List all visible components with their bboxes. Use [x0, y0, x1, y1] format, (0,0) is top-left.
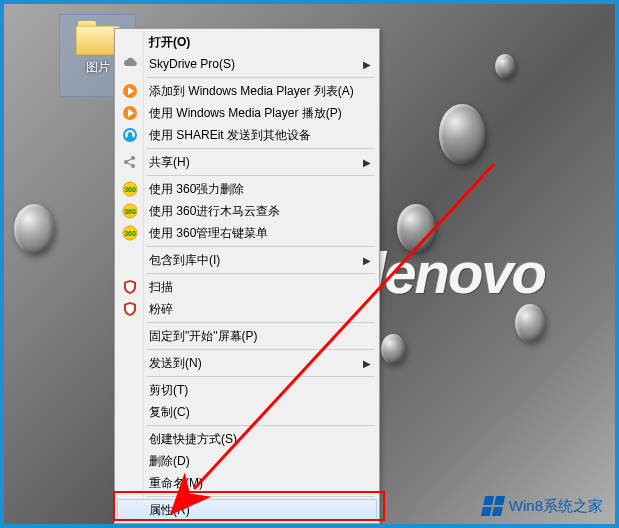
wmp-icon — [122, 105, 138, 121]
menu-label: 打开(O) — [149, 34, 190, 51]
menu-skydrive[interactable]: SkyDrive Pro(S) ▶ — [117, 53, 377, 75]
360-icon: 360 — [122, 203, 138, 219]
cloud-icon — [122, 56, 138, 72]
watermark: Win8系统之家 — [483, 496, 603, 516]
water-drop — [439, 104, 485, 164]
water-drop — [381, 334, 405, 364]
svg-text:360: 360 — [124, 186, 136, 193]
menu-label: 发送到(N) — [149, 355, 202, 372]
menu-label: 剪切(T) — [149, 382, 188, 399]
watermark-text: Win8系统之家 — [509, 497, 603, 516]
menu-separator — [147, 175, 375, 176]
menu-label: 包含到库中(I) — [149, 252, 220, 269]
share-icon — [122, 154, 138, 170]
chevron-right-icon: ▶ — [363, 255, 371, 266]
menu-label: 使用 SHAREit 发送到其他设备 — [149, 127, 311, 144]
menu-label: 添加到 Windows Media Player 列表(A) — [149, 83, 354, 100]
menu-label: SkyDrive Pro(S) — [149, 57, 235, 71]
menu-wmp-add[interactable]: 添加到 Windows Media Player 列表(A) — [117, 80, 377, 102]
windows-logo-icon — [481, 496, 505, 516]
menu-label: 固定到"开始"屏幕(P) — [149, 328, 258, 345]
menu-av-scan[interactable]: 扫描 — [117, 276, 377, 298]
menu-label: 使用 360管理右键菜单 — [149, 225, 268, 242]
water-drop — [397, 204, 435, 252]
menu-av-shred[interactable]: 粉碎 — [117, 298, 377, 320]
menu-label: 使用 Windows Media Player 播放(P) — [149, 105, 342, 122]
chevron-right-icon: ▶ — [363, 157, 371, 168]
menu-properties[interactable]: 属性(R) — [117, 499, 377, 521]
menu-pin-start[interactable]: 固定到"开始"屏幕(P) — [117, 325, 377, 347]
menu-send-to[interactable]: 发送到(N) ▶ — [117, 352, 377, 374]
menu-label: 扫描 — [149, 279, 173, 296]
water-drop — [515, 304, 545, 342]
360-icon: 360 — [122, 181, 138, 197]
menu-label: 粉碎 — [149, 301, 173, 318]
shield-icon — [122, 301, 138, 317]
menu-delete[interactable]: 删除(D) — [117, 450, 377, 472]
menu-shareit[interactable]: 使用 SHAREit 发送到其他设备 — [117, 124, 377, 146]
menu-360-manage[interactable]: 360 使用 360管理右键菜单 — [117, 222, 377, 244]
wmp-icon — [122, 83, 138, 99]
chevron-right-icon: ▶ — [363, 59, 371, 70]
folder-icon — [76, 21, 120, 55]
menu-label: 使用 360强力删除 — [149, 181, 244, 198]
water-drop — [14, 204, 54, 254]
menu-create-shortcut[interactable]: 创建快捷方式(S) — [117, 428, 377, 450]
menu-label: 重命名(M) — [149, 475, 203, 492]
wallpaper-brand: lenovo — [370, 239, 545, 306]
menu-separator — [147, 273, 375, 274]
menu-separator — [147, 376, 375, 377]
menu-share[interactable]: 共享(H) ▶ — [117, 151, 377, 173]
menu-label: 属性(R) — [149, 502, 190, 519]
menu-rename[interactable]: 重命名(M) — [117, 472, 377, 494]
menu-label: 共享(H) — [149, 154, 190, 171]
menu-copy[interactable]: 复制(C) — [117, 401, 377, 423]
desktop-viewport: lenovo 图片 打开(O) SkyDrive Pro(S) ▶ — [0, 0, 619, 528]
menu-separator — [147, 322, 375, 323]
svg-text:360: 360 — [124, 230, 136, 237]
svg-text:360: 360 — [124, 208, 136, 215]
shareit-icon — [122, 127, 138, 143]
menu-wmp-play[interactable]: 使用 Windows Media Player 播放(P) — [117, 102, 377, 124]
menu-separator — [147, 496, 375, 497]
menu-separator — [147, 148, 375, 149]
menu-label: 创建快捷方式(S) — [149, 431, 237, 448]
menu-label: 删除(D) — [149, 453, 190, 470]
chevron-right-icon: ▶ — [363, 358, 371, 369]
360-icon: 360 — [122, 225, 138, 241]
menu-label: 使用 360进行木马云查杀 — [149, 203, 280, 220]
menu-open[interactable]: 打开(O) — [117, 31, 377, 53]
menu-separator — [147, 425, 375, 426]
menu-label: 复制(C) — [149, 404, 190, 421]
water-drop — [495, 54, 515, 78]
menu-cut[interactable]: 剪切(T) — [117, 379, 377, 401]
menu-separator — [147, 77, 375, 78]
menu-include-library[interactable]: 包含到库中(I) ▶ — [117, 249, 377, 271]
menu-separator — [147, 246, 375, 247]
shield-icon — [122, 279, 138, 295]
menu-360-scan[interactable]: 360 使用 360进行木马云查杀 — [117, 200, 377, 222]
menu-360-delete[interactable]: 360 使用 360强力删除 — [117, 178, 377, 200]
menu-separator — [147, 349, 375, 350]
context-menu: 打开(O) SkyDrive Pro(S) ▶ 添加到 Windows Medi… — [114, 28, 380, 524]
